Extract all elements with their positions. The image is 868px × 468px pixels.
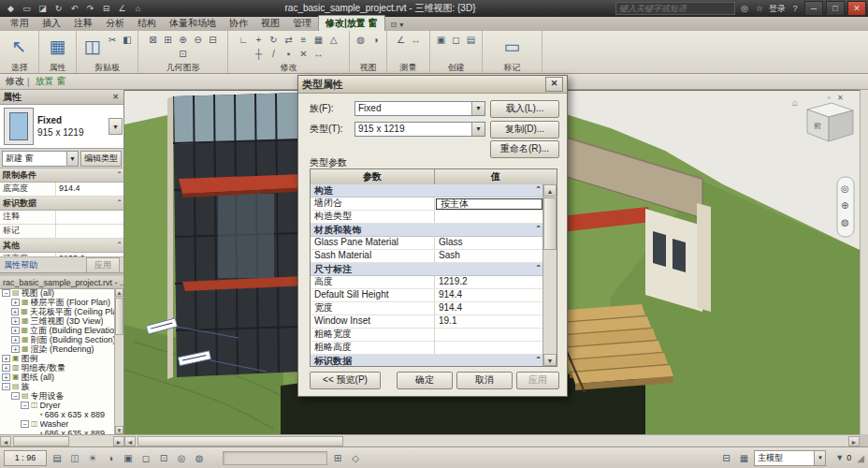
pan-icon[interactable]: ◍ <box>841 217 849 227</box>
override-icon[interactable]: ◑ <box>369 33 383 46</box>
properties-close-icon[interactable]: ✕ <box>110 93 121 101</box>
param-value[interactable] <box>435 342 543 354</box>
browser-vertical-scrollbar[interactable]: ▲ ▼ <box>114 288 123 434</box>
paint-icon[interactable]: ⊡ <box>176 47 190 60</box>
tree-item[interactable]: +▦楼层平面 (Floor Plan) <box>0 298 115 307</box>
ribbon-tab-5[interactable]: 体量和场地 <box>163 16 223 31</box>
property-value[interactable] <box>55 225 123 238</box>
param-row[interactable]: 宽度914.4 <box>311 302 543 315</box>
rename-button[interactable]: 重命名(R)... <box>490 140 559 158</box>
cancel-button[interactable]: 取消 <box>456 372 513 389</box>
ribbon-tab-1[interactable]: 插入 <box>36 16 67 31</box>
property-group-row[interactable]: 标识数据ˆ <box>0 197 123 211</box>
param-group-row[interactable]: 构造ˆ <box>311 184 543 197</box>
tree-expander-icon[interactable]: − <box>11 392 20 400</box>
scroll-left-icon[interactable]: ◄ <box>124 436 136 446</box>
favorites-icon[interactable]: ☆ <box>753 2 766 15</box>
param-value[interactable]: Glass <box>435 237 543 249</box>
app-menu-icon[interactable]: ◆ <box>4 2 18 15</box>
ribbon-tab-3[interactable]: 分析 <box>99 16 131 31</box>
duplicate-button[interactable]: 复制(D)... <box>490 121 559 139</box>
ribbon-tab-4[interactable]: 结构 <box>131 16 163 31</box>
collapse-icon[interactable]: ˆ <box>537 184 540 197</box>
dialog-close-icon[interactable]: ✕ <box>545 77 563 92</box>
ok-button[interactable]: 确定 <box>397 372 453 389</box>
create-assembly-icon[interactable]: ▤ <box>464 33 478 46</box>
tree-item[interactable]: −▤视图 (all) <box>0 288 115 298</box>
sign-in-button[interactable]: 登录 <box>769 3 786 15</box>
trim-icon[interactable]: ┼ <box>252 47 266 60</box>
array-icon[interactable]: ▦ <box>311 33 326 46</box>
dimension-icon[interactable]: ↔ <box>409 33 423 46</box>
param-value[interactable] <box>435 211 543 223</box>
property-value[interactable]: 914.4 <box>55 183 123 196</box>
scroll-thumb[interactable] <box>137 436 343 446</box>
dialog-title-bar[interactable]: 类型属性 ✕ <box>298 76 567 94</box>
tree-item[interactable]: +▦渲染 (Rendering) <box>0 344 115 354</box>
family-combo[interactable]: Fixed ▼ <box>354 101 485 116</box>
tag-on-placement-icon[interactable]: ▭ <box>500 33 525 59</box>
param-row[interactable]: 墙闭合按主体 <box>311 197 543 211</box>
scroll-up-icon[interactable]: ▲ <box>115 288 123 297</box>
param-row[interactable]: 粗略宽度 <box>311 329 543 342</box>
edit-type-button[interactable]: 编辑类型 <box>80 151 122 167</box>
offset-icon[interactable]: ≡ <box>297 33 311 46</box>
preview-button[interactable]: << 预览(P) <box>310 372 381 389</box>
tree-expander-icon[interactable]: + <box>11 345 20 353</box>
canvas-vertical-scrollbar[interactable] <box>860 90 868 434</box>
delete-icon[interactable]: ✕ <box>297 47 311 60</box>
chevron-down-icon[interactable]: ▼ <box>471 102 485 115</box>
help-icon[interactable]: ? <box>788 2 802 15</box>
default-3d-view-icon[interactable]: ⌂ <box>131 2 145 15</box>
collapse-icon[interactable]: ˆ <box>118 197 121 210</box>
tree-item[interactable]: +▥明细表/数量 <box>0 363 115 373</box>
param-value[interactable]: 914.4 <box>435 302 543 314</box>
properties-header[interactable]: 属性 ✕ <box>0 90 123 105</box>
align-icon[interactable]: ∟ <box>237 33 251 46</box>
tree-item[interactable]: +▦立面 (Building Elevation) <box>0 326 115 335</box>
param-row[interactable]: 高度1219.2 <box>311 276 543 289</box>
worksets-icon[interactable]: ⊞ <box>329 449 346 466</box>
collapse-icon[interactable]: ˆ <box>537 224 540 236</box>
filter-icon[interactable]: ▼ <box>835 453 844 462</box>
rendering-dialog-icon[interactable]: ▣ <box>120 449 137 466</box>
cope-icon[interactable]: ⊞ <box>161 33 175 46</box>
tree-expander-icon[interactable]: + <box>2 355 10 362</box>
navigation-bar[interactable]: ◎ ⊕ ◍ <box>837 177 854 237</box>
tree-item[interactable]: −▤族 <box>0 382 115 391</box>
mirror-icon[interactable]: ⇄ <box>282 33 296 46</box>
collapse-icon[interactable]: ˆ <box>118 168 121 182</box>
resize-grip-icon[interactable]: ◢ <box>857 453 864 463</box>
tree-expander-icon[interactable]: − <box>21 420 29 428</box>
tree-item[interactable]: −◫Dryer <box>0 401 115 410</box>
ribbon-tab-6[interactable]: 协作 <box>223 16 254 31</box>
sun-path-icon[interactable]: ☀ <box>84 449 101 466</box>
cut-icon[interactable]: ✂ <box>106 33 120 46</box>
view-scale[interactable]: 1 : 96 <box>4 450 47 466</box>
scroll-right-icon[interactable]: ► <box>113 436 124 446</box>
tree-item[interactable]: −◫Washer <box>0 419 115 429</box>
requests-icon[interactable]: ◇ <box>347 449 364 466</box>
table-vertical-scrollbar[interactable]: ▲ ▼ <box>542 184 557 366</box>
tree-item[interactable]: −▤专用设备 <box>0 391 115 401</box>
join-icon[interactable]: ⊕ <box>176 33 190 46</box>
temporary-hide-isolate-icon[interactable]: ◎ <box>173 449 190 466</box>
properties-icon[interactable]: ▦ <box>46 33 70 59</box>
tree-expander-icon[interactable]: + <box>11 299 20 306</box>
create-similar-icon[interactable]: ◻ <box>449 33 463 46</box>
close-button[interactable]: ✕ <box>847 1 866 16</box>
extend-icon[interactable]: ↔ <box>311 47 326 60</box>
property-group-row[interactable]: 限制条件ˆ <box>0 168 123 183</box>
selection-filter[interactable]: ▼ 0 <box>835 453 851 462</box>
crop-view-icon[interactable]: ◻ <box>137 449 154 466</box>
param-row[interactable]: Glass Pane MaterialGlass <box>311 237 543 250</box>
ribbon-tab-9[interactable]: 修改|放置 窗 <box>318 15 385 31</box>
scroll-up-icon[interactable]: ▲ <box>543 184 557 197</box>
type-selector-dropdown-icon[interactable]: ▼ <box>108 118 123 135</box>
type-combo[interactable]: 915 x 1219 ▼ <box>354 122 485 137</box>
match-type-icon[interactable]: ◨ <box>100 60 114 61</box>
chevron-down-icon[interactable]: ▼ <box>66 152 78 166</box>
tree-expander-icon[interactable]: − <box>21 402 29 409</box>
open-icon[interactable]: ▭ <box>20 2 34 15</box>
sync-icon[interactable]: ↻ <box>51 2 65 15</box>
